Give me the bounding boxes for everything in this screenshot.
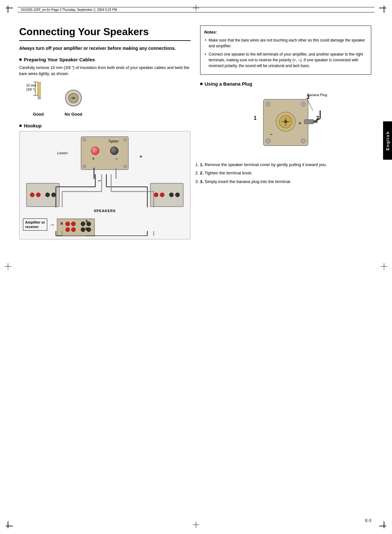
- measurement-label: 10 mm(3/8 "): [26, 83, 36, 92]
- left-column: Connecting Your Speakers Always turn off…: [19, 26, 191, 245]
- amplifier-terminal-box: R A R: [57, 218, 95, 236]
- notes-box: Notes: Make sure that the bare wires are…: [200, 26, 372, 75]
- step-2: 2. Tighten the terminal knob.: [200, 170, 372, 177]
- step-1-num: 1.: [200, 162, 204, 167]
- top-center-mark: [193, 5, 199, 12]
- left-center-mark: [5, 263, 11, 271]
- bottom-center-mark: [193, 522, 199, 529]
- hookup-heading: Hookup: [19, 123, 191, 128]
- step1-num-label: 1: [254, 115, 257, 121]
- minus-label: –: [98, 178, 101, 184]
- measure-line-vert: [35, 82, 35, 95]
- measure-line-top: [33, 82, 38, 82]
- notes-title: Notes:: [204, 29, 367, 35]
- no-good-cable-diagram: No Good: [64, 87, 83, 117]
- plus-label: +: [139, 154, 142, 159]
- no-good-label: No Good: [65, 112, 82, 117]
- amplifier-label-text: Amplifier orreceiver: [25, 220, 45, 229]
- step-2-num: 2.: [200, 171, 204, 175]
- tighten-label: Tighten: [108, 140, 119, 143]
- svg-text:+: +: [298, 120, 301, 126]
- page-title: Connecting Your Speakers: [19, 26, 191, 38]
- right-center-mark: [381, 263, 387, 271]
- banana-plug-diagram: + – 3 2 1 Banana Plug: [251, 91, 321, 155]
- banana-plug-section: Using a Banana Plug: [200, 81, 372, 185]
- measure-line-bottom: [33, 95, 38, 95]
- good-cable-diagram: 10 mm(3/8 ") Good: [26, 82, 51, 117]
- subtitle-text: Always turn off your amplifier or receiv…: [19, 45, 191, 52]
- step2-num-label: 2: [316, 115, 319, 121]
- step-1: 1. Remove the speaker terminal cover by …: [200, 162, 372, 168]
- title-rule: [19, 40, 191, 41]
- preparing-cables-body: Carefully remove 10 mm (3/8 ") of insula…: [19, 65, 191, 77]
- banana-plug-svg: + –: [251, 91, 321, 155]
- note-item-2: Connect one speaker to the left terminal…: [204, 51, 367, 69]
- arrow-right: →: [49, 218, 55, 231]
- a-label: A: [86, 219, 88, 223]
- svg-point-26: [301, 102, 305, 106]
- step-3-text: Simply insert the banana plug into the t…: [205, 179, 291, 184]
- language-tab: English: [383, 121, 392, 160]
- banana-plug-diagram-label: Banana Plug: [307, 93, 327, 97]
- amplifier-label: Amplifier orreceiver: [23, 218, 47, 231]
- right-speaker-box: [150, 183, 184, 207]
- r-label: R: [61, 222, 63, 225]
- svg-point-27: [266, 139, 270, 143]
- cable-diagram: 10 mm(3/8 ") Good: [26, 82, 191, 117]
- svg-rect-36: [304, 119, 314, 124]
- svg-point-28: [301, 139, 305, 143]
- left-speaker-box: [26, 183, 60, 207]
- amplifier-section: Amplifier orreceiver → R: [23, 218, 95, 236]
- corner-mark-tl: [6, 6, 15, 15]
- no-good-svg: [64, 87, 83, 109]
- corner-mark-bl: [6, 519, 15, 528]
- steps-list: 1. Remove the speaker terminal cover by …: [200, 162, 372, 185]
- hookup-diagram: + – Tighten Loosen + –: [19, 131, 191, 240]
- corner-mark-br: [377, 519, 386, 528]
- b-label: B: [86, 227, 88, 231]
- svg-point-25: [266, 102, 270, 106]
- two-column-layout: Connecting Your Speakers Always turn off…: [19, 26, 371, 245]
- corner-mark-tr: [377, 6, 386, 15]
- step-2-text: Tighten the terminal knob.: [205, 171, 253, 175]
- svg-text:–: –: [270, 132, 273, 137]
- loosen-label: Loosen: [57, 151, 68, 155]
- step-3: 3. Simply insert the banana plug into th…: [200, 179, 372, 185]
- cable-wire-strand-1: [37, 82, 38, 96]
- banana-plug-heading: Using a Banana Plug: [200, 81, 372, 87]
- terminal-illustration: + –: [79, 136, 130, 175]
- cable-wire-strand-3: [39, 84, 41, 97]
- file-info-text: 0101NS-125F_en.fm Page 3 Thursday, Septe…: [21, 8, 117, 11]
- speakers-label: SPEAKERS: [94, 209, 116, 213]
- main-content: Connecting Your Speakers Always turn off…: [19, 26, 371, 515]
- page-number: E-3: [365, 518, 371, 523]
- language-tab-label: English: [385, 131, 390, 150]
- note-item-1: Make sure that the bare wires are not to…: [204, 37, 367, 49]
- good-label: Good: [33, 112, 44, 117]
- notes-list: Make sure that the bare wires are not to…: [204, 37, 367, 69]
- step-3-num: 3.: [200, 179, 204, 184]
- preparing-cables-heading: Preparing Your Speaker Cables: [19, 57, 191, 62]
- step-1-text: Remove the speaker terminal cover by gen…: [205, 162, 327, 167]
- right-column: Notes: Make sure that the bare wires are…: [200, 26, 372, 245]
